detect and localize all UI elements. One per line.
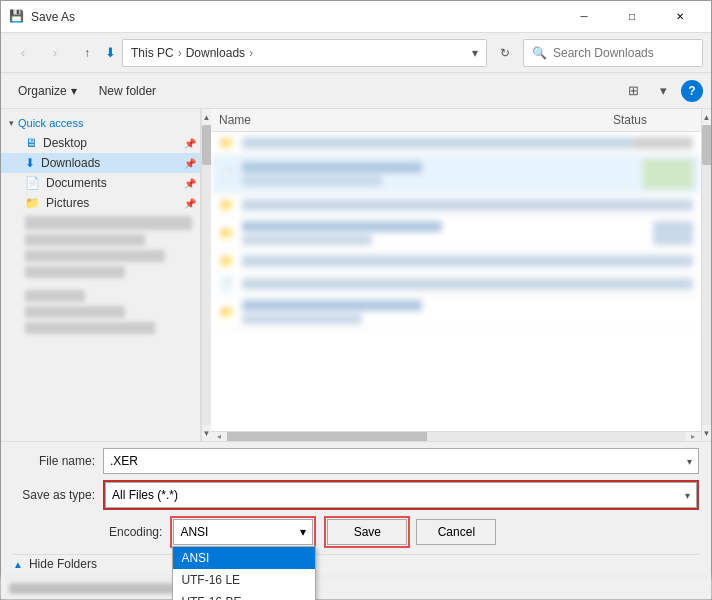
hscroll-right[interactable]: ▸ xyxy=(685,432,701,442)
window-icon: 💾 xyxy=(9,9,25,25)
main-scroll-thumb[interactable] xyxy=(702,125,712,165)
help-button[interactable]: ? xyxy=(681,80,703,102)
sidebar-scroll-thumb[interactable] xyxy=(202,125,212,165)
refresh-button[interactable]: ↻ xyxy=(491,39,519,67)
file-list-header: Name Status xyxy=(211,109,701,132)
downloads-folder-icon: ⬇ xyxy=(25,156,35,170)
cancel-button[interactable]: Cancel xyxy=(416,519,496,545)
file-icon-3: 📁 xyxy=(219,198,234,212)
sidebar-scroll-up[interactable]: ▲ xyxy=(202,109,212,125)
main-scroll-up[interactable]: ▲ xyxy=(702,109,712,125)
view-dropdown-button[interactable]: ▾ xyxy=(649,77,677,105)
file-icon-6: 📄 xyxy=(219,277,234,291)
back-button[interactable]: ‹ xyxy=(9,39,37,67)
file-icon-5: 📁 xyxy=(219,254,234,268)
up-button[interactable]: ↑ xyxy=(73,39,101,67)
sidebar-item-documents[interactable]: 📄 Documents 📌 xyxy=(1,173,200,193)
search-input[interactable] xyxy=(553,46,694,60)
content-area: ▾ Quick access 🖥 Desktop 📌 ⬇ Downloads 📌… xyxy=(1,109,711,441)
file-name-6 xyxy=(242,278,693,290)
organize-label: Organize xyxy=(18,84,67,98)
sidebar-pictures-label: Pictures xyxy=(46,196,89,210)
sidebar-quick-access[interactable]: ▾ Quick access xyxy=(1,113,200,133)
address-crumb: This PC › Downloads › xyxy=(131,46,253,60)
main-scroll-down[interactable]: ▼ xyxy=(702,425,712,441)
save-button[interactable]: Save xyxy=(327,519,407,545)
save-as-type-border: All Files (*.*) ▾ xyxy=(103,480,699,510)
file-name-input[interactable]: .XER ▾ xyxy=(103,448,699,474)
sidebar-blur-4 xyxy=(25,266,125,278)
view-mode-button[interactable]: ⊞ xyxy=(619,77,647,105)
sidebar-item-desktop[interactable]: 🖥 Desktop 📌 xyxy=(1,133,200,153)
file-list-body[interactable]: 📁 📄 📁 📁 xyxy=(211,132,701,431)
file-item-6[interactable]: 📄 xyxy=(211,273,701,296)
save-as-type-dropdown[interactable]: ▾ xyxy=(685,490,690,501)
close-button[interactable]: ✕ xyxy=(657,1,703,33)
hscroll-thumb[interactable] xyxy=(227,432,427,442)
hide-folders-row: ▲ Hide Folders xyxy=(13,554,699,571)
col-status[interactable]: Status xyxy=(613,113,693,127)
sidebar-documents-label: Documents xyxy=(46,176,107,190)
encoding-option-utf16le[interactable]: UTF-16 LE xyxy=(173,569,315,591)
encoding-select[interactable]: ANSI ▾ xyxy=(173,519,313,545)
new-folder-button[interactable]: New folder xyxy=(90,78,165,104)
hide-folders-label[interactable]: Hide Folders xyxy=(29,557,97,571)
address-bar[interactable]: This PC › Downloads › ▾ xyxy=(122,39,487,67)
file-name-3 xyxy=(242,199,693,211)
file-item-1[interactable]: 📁 xyxy=(211,132,701,155)
this-pc-crumb[interactable]: This PC xyxy=(131,46,174,60)
sidebar-item-pictures[interactable]: 📁 Pictures 📌 xyxy=(1,193,200,213)
encoding-option-utf16be[interactable]: UTF-16 BE xyxy=(173,591,315,600)
file-name-5 xyxy=(242,255,693,267)
encoding-option-ansi[interactable]: ANSI xyxy=(173,547,315,569)
encoding-dropdown: ANSI UTF-16 LE UTF-16 BE UTF-8 UTF-8 wit… xyxy=(172,546,316,600)
col-name[interactable]: Name xyxy=(219,113,613,127)
view-controls: ⊞ ▾ xyxy=(619,77,677,105)
sidebar-blur-3 xyxy=(25,250,165,262)
crumb-separator-2: › xyxy=(249,46,253,60)
sidebar-scrollbar[interactable]: ▲ ▼ xyxy=(201,109,211,441)
file-status-1 xyxy=(633,137,693,149)
desktop-pin-icon: 📌 xyxy=(184,138,196,149)
horizontal-scrollbar[interactable]: ◂ ▸ xyxy=(211,431,701,441)
quick-access-chevron: ▾ xyxy=(9,118,14,128)
organize-dropdown-icon: ▾ xyxy=(71,84,77,98)
hscroll-left[interactable]: ◂ xyxy=(211,432,227,442)
maximize-button[interactable]: □ xyxy=(609,1,655,33)
save-as-type-value: All Files (*.*) xyxy=(112,488,178,502)
organize-button[interactable]: Organize ▾ xyxy=(9,78,86,104)
file-item-7[interactable]: 📁 xyxy=(211,296,701,329)
file-icon-1: 📁 xyxy=(219,136,234,150)
sidebar-item-downloads[interactable]: ⬇ Downloads 📌 xyxy=(1,153,200,173)
sidebar-scroll-down[interactable]: ▼ xyxy=(202,425,212,441)
main-scrollbar[interactable]: ▲ ▼ xyxy=(701,109,711,441)
encoding-select-wrapper: ANSI ▾ ANSI UTF-16 LE UTF-16 BE UTF-8 UT… xyxy=(170,516,316,548)
minimize-button[interactable]: ─ xyxy=(561,1,607,33)
file-item-3[interactable]: 📁 xyxy=(211,194,701,217)
forward-button[interactable]: › xyxy=(41,39,69,67)
sidebar-downloads-label: Downloads xyxy=(41,156,100,170)
sidebar-blur-6 xyxy=(25,306,125,318)
window-title: Save As xyxy=(31,10,561,24)
new-folder-label: New folder xyxy=(99,84,156,98)
save-as-dialog: 💾 Save As ─ □ ✕ ‹ › ↑ ⬇ This PC › Downlo… xyxy=(0,0,712,600)
search-box[interactable]: 🔍 xyxy=(523,39,703,67)
file-item-5[interactable]: 📁 xyxy=(211,250,701,273)
save-btn-wrapper: Save xyxy=(324,516,410,548)
save-as-type-input[interactable]: All Files (*.*) ▾ xyxy=(105,482,697,508)
encoding-label: Encoding: xyxy=(109,525,162,539)
pictures-icon: 📁 xyxy=(25,196,40,210)
file-icon-2: 📄 xyxy=(219,167,234,181)
bottom-panel: File name: .XER ▾ Save as type: All File… xyxy=(1,441,711,577)
documents-pin-icon: 📌 xyxy=(184,178,196,189)
address-dropdown-arrow[interactable]: ▾ xyxy=(472,46,478,60)
encoding-row: Encoding: ANSI ▾ ANSI UTF-16 LE UTF-16 B… xyxy=(13,516,699,548)
file-name-dropdown[interactable]: ▾ xyxy=(687,456,692,467)
downloads-crumb[interactable]: Downloads xyxy=(186,46,245,60)
pictures-pin-icon: 📌 xyxy=(184,198,196,209)
downloads-pin-icon: 📌 xyxy=(184,158,196,169)
crumb-separator: › xyxy=(178,46,182,60)
file-item-4[interactable]: 📁 xyxy=(211,217,701,250)
file-item-2[interactable]: 📄 xyxy=(211,155,701,194)
sidebar-blur-5 xyxy=(25,290,85,302)
